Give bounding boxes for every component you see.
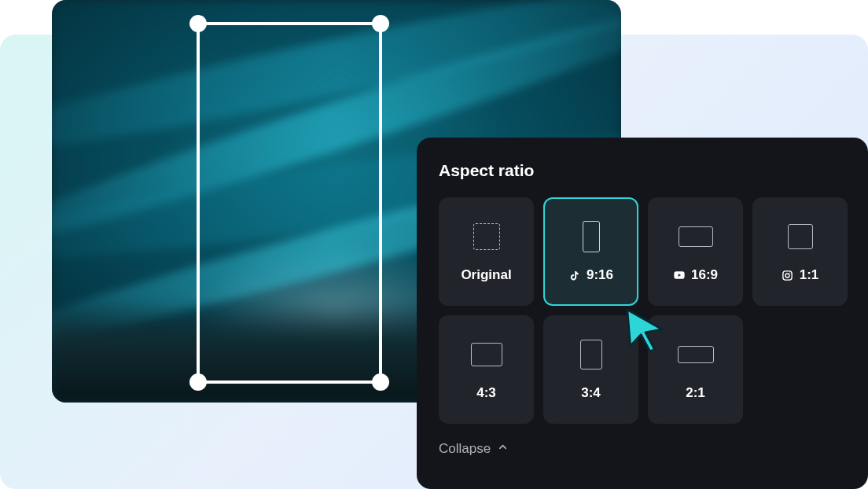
aspect-ratio-grid: Original 9:16 16:9	[439, 197, 846, 424]
svg-rect-0	[783, 270, 792, 279]
ratio-shape-original	[473, 220, 500, 253]
chevron-up-icon	[497, 441, 509, 457]
ratio-shape-1-1	[788, 220, 813, 253]
ratio-shape-2-1	[678, 338, 714, 371]
panel-title: Aspect ratio	[439, 161, 846, 180]
ratio-label: 9:16	[587, 267, 613, 283]
ratio-tile-original[interactable]: Original	[439, 197, 534, 306]
ratio-shape-4-3	[471, 338, 502, 371]
ratio-label: 3:4	[581, 385, 601, 401]
ratio-label: Original	[461, 267, 511, 283]
instagram-icon	[782, 269, 794, 281]
ratio-shape-3-4	[580, 338, 602, 371]
tiktok-icon	[568, 269, 581, 281]
ratio-label: 1:1	[800, 267, 819, 283]
collapse-button[interactable]: Collapse	[439, 441, 846, 457]
aspect-ratio-panel: Aspect ratio Original 9:16	[417, 138, 868, 489]
ratio-tile-1-1[interactable]: 1:1	[752, 197, 848, 306]
ratio-label: 16:9	[691, 267, 718, 283]
collapse-label: Collapse	[439, 441, 491, 457]
ratio-tile-16-9[interactable]: 16:9	[648, 197, 743, 306]
youtube-icon	[673, 269, 686, 281]
ratio-shape-16-9	[679, 220, 713, 253]
ratio-label: 4:3	[476, 385, 496, 401]
ratio-tile-4-3[interactable]: 4:3	[439, 315, 534, 424]
ratio-shape-9-16	[583, 220, 600, 253]
svg-point-1	[785, 274, 789, 278]
ratio-tile-3-4[interactable]: 3:4	[543, 315, 638, 424]
svg-point-2	[790, 272, 791, 273]
ratio-label: 2:1	[686, 385, 705, 401]
ratio-tile-2-1[interactable]: 2:1	[648, 315, 743, 424]
ratio-tile-9-16[interactable]: 9:16	[543, 197, 638, 306]
